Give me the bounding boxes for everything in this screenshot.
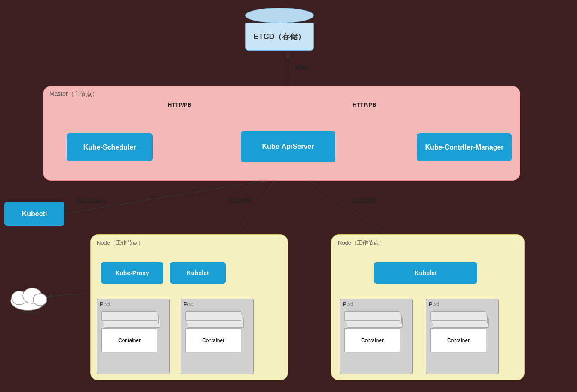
http-json-label: HTTP/Json — [77, 197, 106, 203]
pod-right-1: Pod Container — [340, 299, 413, 374]
kube-apiserver-box: Kube-ApiServer — [241, 131, 335, 162]
kube-scheduler-box: Kube-Scheduler — [67, 133, 153, 161]
kube-proxy-label: Kube-Proxy — [115, 270, 149, 276]
kubectl-box: Kubectl — [4, 202, 64, 226]
etcd-label: ETCD（存储） — [254, 31, 306, 42]
container-label-right-1: Container — [344, 328, 400, 352]
etcd-top — [245, 8, 314, 23]
kubelet-left-box: Kubelet — [170, 262, 226, 284]
container-label-right-2: Container — [430, 328, 486, 352]
kubelet-right-box: Kubelet — [374, 262, 477, 284]
pod-left-2: Pod Container — [181, 299, 254, 374]
pod-label-right-2: Pod — [429, 301, 439, 307]
kube-scheduler-label: Kube-Scheduler — [83, 144, 136, 151]
master-label: Master（主节点） — [49, 90, 98, 98]
node-label-right: Node（工作节点） — [338, 239, 385, 247]
kube-proxy-box: Kube-Proxy — [101, 262, 163, 284]
container-label-left-1: Container — [101, 328, 157, 352]
kubelet-left-label: Kubelet — [187, 270, 209, 276]
pod-label-left-2: Pod — [184, 301, 193, 307]
svg-point-17 — [33, 294, 47, 306]
http-pb-label-3: HTTP/PB — [228, 197, 252, 203]
pod-left-1: Pod Container — [97, 299, 170, 374]
pod-right-2: Pod Container — [426, 299, 499, 374]
internet-cloud: Internet — [6, 282, 49, 315]
etcd-component: ETCD（存储） — [245, 8, 314, 51]
kubectl-label: Kubectl — [22, 210, 47, 218]
http-pb-label-4: HTTP/PB — [353, 197, 377, 203]
etcd-body: ETCD（存储） — [245, 23, 314, 51]
kube-apiserver-label: Kube-ApiServer — [262, 143, 314, 150]
kubelet-right-label: Kubelet — [414, 270, 436, 276]
kube-controller-box: Kube-Contrller-Manager — [417, 133, 512, 161]
diagram: ETCD（存储） gRpc Master（主节点） HTTP/PB HTTP/P… — [0, 0, 577, 392]
kube-controller-label: Kube-Contrller-Manager — [425, 144, 503, 151]
container-label-left-2: Container — [185, 328, 241, 352]
pod-label-left-1: Pod — [100, 301, 110, 307]
grpc-label: gRpc — [295, 64, 309, 70]
node-label-left: Node（工作节点） — [97, 239, 144, 247]
pod-label-right-1: Pod — [343, 301, 353, 307]
http-pb-label-1: HTTP/PB — [168, 101, 192, 108]
http-pb-label-2: HTTP/PB — [353, 101, 377, 108]
